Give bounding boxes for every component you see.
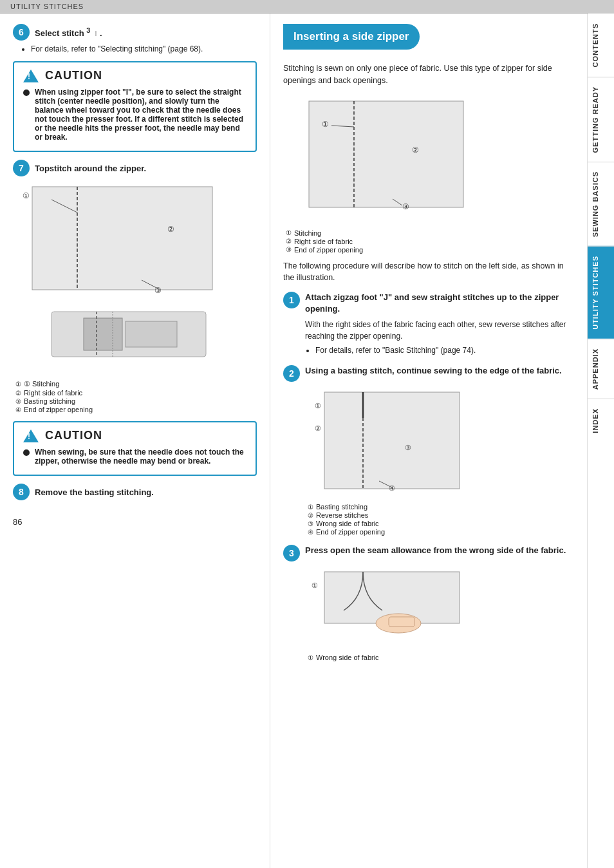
right-step1-header: 1 Attach zigzag foot "J" and sew straigh…: [283, 292, 574, 315]
svg-rect-8: [84, 318, 122, 350]
caution1-bullet: When using zipper foot "I", be sure to s…: [23, 88, 247, 142]
step7-label3: ③Basting stitching: [15, 397, 257, 405]
right-step3-header: 3 Press open the seam allowance from the…: [283, 545, 574, 561]
caution2-bullet: When sewing, be sure that the needle doe…: [23, 448, 247, 466]
right-step1-title: Attach zigzag foot "J" and sew straight …: [305, 292, 574, 315]
header-bar: UTILITY STITCHES: [0, 0, 614, 14]
caution2-icon: [23, 429, 39, 442]
following-text: The following procedure will describe ho…: [283, 260, 574, 285]
step7-header: 7 Topstitch around the zipper.: [13, 160, 257, 176]
svg-text:①: ①: [315, 402, 321, 410]
caution1-title-text: CAUTION: [45, 69, 102, 82]
right-sidebar: CONTENTS GETTING READY SEWING BASICS UTI…: [587, 14, 614, 868]
caution2-box: CAUTION When sewing, be sure that the ne…: [13, 421, 257, 476]
svg-text:③: ③: [405, 444, 411, 451]
caution2-title-text: CAUTION: [45, 429, 102, 442]
caution2-title: CAUTION: [23, 429, 247, 442]
section-title: Inserting a side zipper: [283, 24, 420, 50]
step7-diagram-labels: ①① Stitching ②Right side of fabric ③Bast…: [15, 380, 257, 413]
caution1-box: CAUTION When using zipper foot "I", be s…: [13, 61, 257, 152]
section-title-container: Inserting a side zipper: [283, 24, 574, 56]
step7-diagram-top: ① ② ③: [13, 180, 257, 303]
right-step1-body: With the right sides of the fabric facin…: [305, 319, 574, 356]
svg-text:②: ②: [412, 146, 419, 155]
caution2-dot: [23, 449, 30, 456]
right-step1: 1 Attach zigzag foot "J" and sew straigh…: [283, 292, 574, 356]
svg-rect-29: [389, 617, 414, 627]
step7-label: Topstitch around the zipper.: [35, 164, 146, 173]
header-label: UTILITY STITCHES: [10, 3, 84, 10]
svg-rect-9: [126, 321, 177, 347]
right-step3-circle: 3: [283, 545, 300, 561]
svg-text:④: ④: [389, 484, 395, 492]
caution2-body: When sewing, be sure that the needle doe…: [23, 448, 247, 466]
step7-circle: 7: [13, 160, 30, 176]
right-step2-header: 2 Using a basting stitch, continue sewin…: [283, 365, 574, 382]
right-step2-title: Using a basting stitch, continue sewing …: [305, 365, 562, 377]
section-intro: Stitching is sewn on only one piece of f…: [283, 62, 574, 87]
step8-circle: 8: [13, 484, 30, 500]
svg-text:①: ①: [312, 581, 318, 589]
step6-circle: 6: [13, 24, 30, 41]
left-column: 6 Select stitch 3 ⁞ . For details, refer…: [0, 14, 270, 868]
step6-label: Select stitch 3 ⁞ .: [35, 26, 102, 38]
step7-label4: ④End of zipper opening: [15, 406, 257, 413]
caution1-title: CAUTION: [23, 69, 247, 82]
right-step3-title: Press open the seam allowance from the w…: [305, 545, 566, 556]
right-diagram1-labels: ①Stitching ②Right side of fabric ③End of…: [286, 229, 574, 254]
svg-text:①: ①: [322, 120, 329, 129]
right-diagram1: ① ② ③: [283, 95, 574, 225]
caution1-body: When using zipper foot "I", be sure to s…: [23, 88, 247, 142]
step8-label: Remove the basting stitching.: [35, 487, 154, 497]
right-step2-svg: ① ② ③ ④: [305, 386, 472, 498]
svg-rect-19: [324, 392, 460, 489]
svg-text:②: ②: [167, 225, 174, 234]
step6-bullets: For details, refer to "Selecting stitchi…: [31, 44, 257, 53]
right-diagram1-svg: ① ② ③: [283, 95, 489, 223]
step6-header: 6 Select stitch 3 ⁞ .: [13, 24, 257, 41]
right-step2-diagram: ① ② ③ ④ ①Basting stitching ②Reverse stit…: [305, 386, 574, 536]
right-step1-bullets: For details, refer to "Basic Stitching" …: [315, 344, 574, 356]
svg-rect-0: [32, 187, 212, 290]
right-step3-diagram: ① ①Wrong side of fabric: [305, 565, 574, 661]
right-step2-labels: ①Basting stitching ②Reverse stitches ③Wr…: [308, 503, 574, 536]
right-step2-circle: 2: [283, 365, 300, 382]
page-number: 86: [13, 504, 257, 527]
tab-sewing-basics[interactable]: SEWING BASICS: [588, 162, 614, 246]
tab-appendix[interactable]: APPENDIX: [588, 339, 614, 399]
step8-header: 8 Remove the basting stitching.: [13, 484, 257, 500]
svg-text:②: ②: [315, 424, 321, 432]
step7-label1: ①① Stitching: [15, 380, 257, 388]
tab-getting-ready[interactable]: GETTING READY: [588, 77, 614, 162]
right-step3-svg: ①: [305, 565, 472, 649]
step7-bottom-svg: [13, 305, 245, 376]
svg-text:①: ①: [23, 191, 30, 200]
svg-rect-12: [309, 101, 463, 207]
caution1-icon: [23, 70, 39, 82]
right-step3-labels: ①Wrong side of fabric: [308, 654, 574, 661]
tab-contents[interactable]: CONTENTS: [588, 14, 614, 77]
right-step2: 2 Using a basting stitch, continue sewin…: [283, 365, 574, 536]
step7-top-svg: ① ② ③: [13, 180, 245, 303]
right-step1-circle: 1: [283, 292, 300, 308]
tab-utility-stitches[interactable]: UTILITY STITCHES: [588, 246, 614, 339]
step6-bullet1: For details, refer to "Selecting stitchi…: [31, 44, 257, 53]
right-column: Inserting a side zipper Stitching is sew…: [270, 14, 587, 868]
tab-index[interactable]: INDEX: [588, 399, 614, 442]
caution1-dot: [23, 90, 30, 96]
svg-text:③: ③: [402, 202, 409, 211]
step7-label2: ②Right side of fabric: [15, 389, 257, 397]
step7-diagram-bottom: [13, 305, 257, 376]
right-step3: 3 Press open the seam allowance from the…: [283, 545, 574, 661]
